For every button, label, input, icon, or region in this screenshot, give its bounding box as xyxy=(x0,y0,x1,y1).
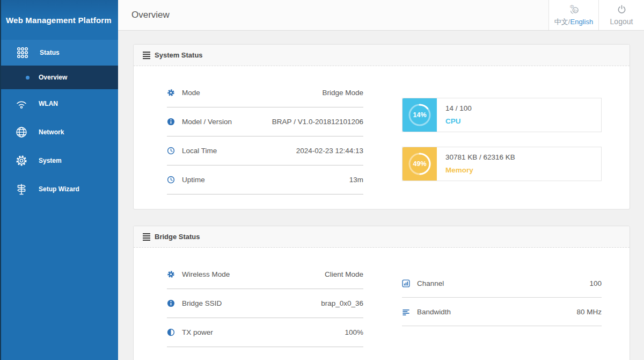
table-row: Model / Version BRAP / V1.0-201812101206 xyxy=(167,107,363,136)
gauge-cards: 14% 14 / 100 CPU 49% 30781 KB / 62316 KB xyxy=(402,98,602,181)
sidebar-item-label: Network xyxy=(39,128,64,136)
row-label: Model / Version xyxy=(182,118,232,126)
row-value: 100% xyxy=(345,328,363,336)
main-content: System Status Mode Bridge Mode xyxy=(118,31,644,360)
power-icon xyxy=(617,5,626,16)
sidebar-item-wlan[interactable]: WLAN xyxy=(0,89,118,118)
memory-gauge-ring: 49% xyxy=(402,147,437,181)
table-row: Channel 100 xyxy=(402,269,602,298)
row-label: Mode xyxy=(182,89,200,97)
language-toggle-button[interactable]: 中 En 中文/English xyxy=(548,0,599,30)
table-row: Uptime 13m xyxy=(167,165,363,195)
row-value: 13m xyxy=(349,176,363,184)
table-row: Mode Bridge Mode xyxy=(167,78,363,107)
globe-icon xyxy=(15,126,29,139)
table-row: Bandwidth 80 MHz xyxy=(402,298,602,326)
grid-icon xyxy=(16,46,30,59)
list-icon xyxy=(143,51,150,60)
row-value: 100 xyxy=(589,279,602,287)
app-title: Web Management Platform xyxy=(0,0,118,40)
gear-icon xyxy=(15,154,29,167)
sidebar-item-label: Overview xyxy=(39,74,67,81)
row-value: 2024-02-23 12:44:13 xyxy=(296,147,363,155)
wifi-icon xyxy=(15,97,29,110)
gear-icon xyxy=(167,89,175,97)
row-label: Channel xyxy=(417,279,444,287)
cpu-label: CPU xyxy=(445,117,472,125)
memory-label: Memory xyxy=(445,166,515,174)
logout-button[interactable]: Logout xyxy=(599,0,644,30)
bridge-status-panel: Bridge Status Wireless Mode Client Mode xyxy=(133,226,630,360)
cpu-percent: 14% xyxy=(402,98,437,132)
row-label: Local Time xyxy=(182,147,217,155)
cpu-detail: 14 / 100 xyxy=(445,104,472,112)
clock-icon xyxy=(167,176,175,184)
row-label: Uptime xyxy=(182,176,205,184)
table-row: Local Time 2024-02-23 12:44:13 xyxy=(167,136,363,165)
row-value: Bridge Mode xyxy=(322,89,363,97)
language-toggle-label: 中文/English xyxy=(554,17,593,27)
sidebar-item-label: Status xyxy=(40,49,60,56)
cpu-gauge-ring: 14% xyxy=(402,98,437,132)
sidebar-item-status[interactable]: Status xyxy=(0,40,118,66)
row-value: Client Mode xyxy=(325,270,363,278)
memory-percent: 49% xyxy=(402,147,437,181)
cpu-gauge-card: 14% 14 / 100 CPU xyxy=(402,98,602,132)
system-status-rows: Mode Bridge Mode Model / Version BRAP / … xyxy=(167,78,363,195)
sidebar-item-label: System xyxy=(39,157,62,164)
system-status-panel: System Status Mode Bridge Mode xyxy=(133,44,630,210)
topbar: Overview 中 En 中文/English Logout xyxy=(118,0,644,31)
info-icon xyxy=(167,299,175,307)
contrast-icon xyxy=(167,328,175,336)
list-icon xyxy=(143,233,150,241)
active-dot-icon xyxy=(26,76,30,80)
gear-icon xyxy=(167,270,175,278)
bridge-status-rows-right: Channel 100 Bandwidth 80 MHz xyxy=(402,269,602,326)
table-row: TX power 100% xyxy=(167,318,363,347)
sidebar-item-setup-wizard[interactable]: Setup Wizard xyxy=(0,175,118,203)
svg-text:En: En xyxy=(573,8,577,12)
sidebar-item-overview[interactable]: Overview xyxy=(0,66,118,89)
memory-detail: 30781 KB / 62316 KB xyxy=(445,153,515,161)
table-row: Wireless Mode Client Mode xyxy=(167,260,363,289)
chart-icon xyxy=(402,279,411,287)
panel-title: Bridge Status xyxy=(155,233,200,241)
bridge-status-rows-left: Wireless Mode Client Mode Bridge SSID br… xyxy=(167,260,363,347)
memory-gauge-card: 49% 30781 KB / 62316 KB Memory xyxy=(402,147,602,181)
row-label: TX power xyxy=(182,328,213,336)
page-title: Overview xyxy=(131,10,170,20)
panel-title: System Status xyxy=(155,51,203,59)
panel-header: Bridge Status xyxy=(134,226,630,248)
clock-icon xyxy=(167,147,175,155)
row-value: BRAP / V1.0-201812101206 xyxy=(272,118,363,126)
sidebar-item-label: WLAN xyxy=(39,100,58,107)
sidebar: Web Management Platform Status Overview … xyxy=(0,0,118,360)
row-label: Wireless Mode xyxy=(182,270,230,278)
row-value: 80 MHz xyxy=(576,308,602,316)
translate-icon: 中 En xyxy=(569,4,579,16)
row-value: brap_0x0_36 xyxy=(321,299,363,307)
sidebar-item-network[interactable]: Network xyxy=(0,118,118,146)
row-label: Bandwidth xyxy=(417,308,451,316)
signpost-icon xyxy=(15,183,29,196)
panel-header: System Status xyxy=(134,45,630,66)
logout-label: Logout xyxy=(610,17,633,26)
bars-icon xyxy=(402,308,411,316)
table-row: Bridge SSID brap_0x0_36 xyxy=(167,289,363,318)
sidebar-item-label: Setup Wizard xyxy=(39,185,79,193)
info-icon xyxy=(167,118,175,126)
sidebar-item-system[interactable]: System xyxy=(0,146,118,175)
row-label: Bridge SSID xyxy=(182,299,222,307)
app-title-text: Web Management Platform xyxy=(6,16,112,25)
